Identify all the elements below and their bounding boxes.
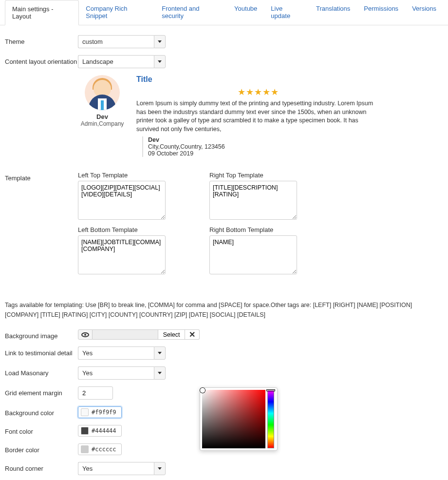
bg-image-label: Background image: [5, 329, 78, 340]
right-bottom-label: Right Bottom Template: [209, 226, 297, 233]
theme-label: Theme: [5, 35, 78, 45]
testimonial-preview: Dev Admin,Company Title ★★★★★ Lorem Ipsu…: [78, 75, 443, 157]
tags-info-text: Tags available for templating: Use [BR] …: [5, 300, 443, 320]
masonary-value: Yes: [78, 366, 154, 380]
bg-color-label: Background color: [5, 406, 78, 417]
bg-image-preview-button[interactable]: [78, 329, 93, 340]
preview-meta-location: City,County,Country, 123456: [148, 143, 380, 150]
tab-youtube[interactable]: Youtube: [227, 0, 264, 25]
right-bottom-textarea[interactable]: [209, 235, 297, 274]
left-top-label: Left Top Template: [78, 172, 166, 179]
chevron-down-icon: [158, 60, 162, 63]
border-color-label: Border color: [5, 443, 78, 454]
theme-dropdown-button[interactable]: [154, 35, 166, 48]
border-color-input[interactable]: #cccccc: [78, 443, 122, 455]
round-corner-value: Yes: [78, 462, 154, 475]
tab-company-rich-snippet[interactable]: Company Rich Snippet: [79, 0, 155, 25]
color-picker-popup[interactable]: [200, 387, 278, 451]
masonary-dropdown-button[interactable]: [154, 366, 166, 380]
bg-image-input[interactable]: [93, 329, 158, 340]
bg-image-clear-button[interactable]: ✕: [185, 329, 200, 340]
preview-meta-name: Dev: [148, 136, 380, 143]
font-color-value: #444444: [92, 427, 116, 434]
rating-stars-icon: ★★★★★: [136, 87, 380, 97]
right-top-textarea[interactable]: [209, 181, 297, 220]
color-picker-saturation[interactable]: [202, 390, 265, 448]
orientation-value: Landscape: [78, 55, 154, 68]
preview-meta-date: 09 October 2019: [148, 150, 380, 157]
preview-description: Lorem Ipsum is simply dummy text of the …: [136, 99, 380, 134]
avatar: [85, 75, 120, 110]
border-color-value: #cccccc: [92, 446, 116, 453]
chevron-down-icon: [158, 352, 162, 354]
right-top-label: Right Top Template: [209, 172, 297, 179]
bg-image-select-button[interactable]: Select: [158, 329, 185, 340]
theme-select[interactable]: custom: [78, 35, 166, 48]
chevron-down-icon: [158, 40, 162, 43]
preview-name: Dev: [78, 113, 127, 120]
orientation-select[interactable]: Landscape: [78, 55, 166, 68]
masonary-label: Load Masonary: [5, 366, 78, 377]
grid-margin-input[interactable]: [78, 386, 113, 400]
link-detail-select[interactable]: Yes: [78, 346, 166, 360]
round-corner-dropdown-button[interactable]: [154, 462, 166, 475]
link-detail-value: Yes: [78, 346, 154, 360]
border-color-swatch: [81, 445, 89, 453]
tab-live-update[interactable]: Live update: [264, 0, 309, 25]
orientation-dropdown-button[interactable]: [154, 55, 166, 68]
preview-title: Title: [136, 75, 380, 84]
tab-permissions[interactable]: Permissions: [357, 0, 405, 25]
bg-color-input[interactable]: #f9f9f9: [78, 406, 122, 418]
bg-color-swatch: [81, 408, 89, 416]
color-picker-hue-handle[interactable]: [266, 389, 275, 391]
font-color-input[interactable]: #444444: [78, 425, 122, 437]
tab-translations[interactable]: Translations: [309, 0, 357, 25]
grid-margin-label: Grid element margin: [5, 386, 78, 397]
bg-color-value: #f9f9f9: [92, 409, 116, 416]
chevron-down-icon: [158, 467, 162, 470]
link-detail-label: Link to testimonial detail: [5, 346, 78, 357]
left-top-textarea[interactable]: [78, 181, 166, 220]
tab-bar: Main settings - Layout Company Rich Snip…: [0, 0, 448, 25]
font-color-label: Font color: [5, 425, 78, 435]
preview-role: Admin,Company: [78, 120, 127, 127]
orientation-label: Content layout orientation: [5, 55, 78, 65]
tab-versions[interactable]: Versions: [405, 0, 443, 25]
tab-frontend-security[interactable]: Frontend and security: [155, 0, 227, 25]
template-label: Template: [5, 172, 78, 182]
left-bottom-textarea[interactable]: [78, 235, 166, 274]
round-corner-label: Round corner: [5, 462, 78, 472]
preview-meta: Dev City,County,Country, 123456 09 Octob…: [142, 136, 380, 157]
chevron-down-icon: [158, 372, 162, 374]
round-corner-select[interactable]: Yes: [78, 462, 166, 475]
close-icon: ✕: [189, 330, 195, 339]
color-picker-hue[interactable]: [267, 390, 274, 448]
link-detail-dropdown-button[interactable]: [154, 346, 166, 360]
eye-icon: [81, 332, 89, 337]
color-picker-handle[interactable]: [200, 388, 205, 393]
font-color-swatch: [81, 427, 89, 435]
tab-main-settings[interactable]: Main settings - Layout: [5, 0, 79, 25]
left-bottom-label: Left Bottom Template: [78, 226, 166, 233]
masonary-select[interactable]: Yes: [78, 366, 166, 380]
theme-value: custom: [78, 35, 154, 48]
